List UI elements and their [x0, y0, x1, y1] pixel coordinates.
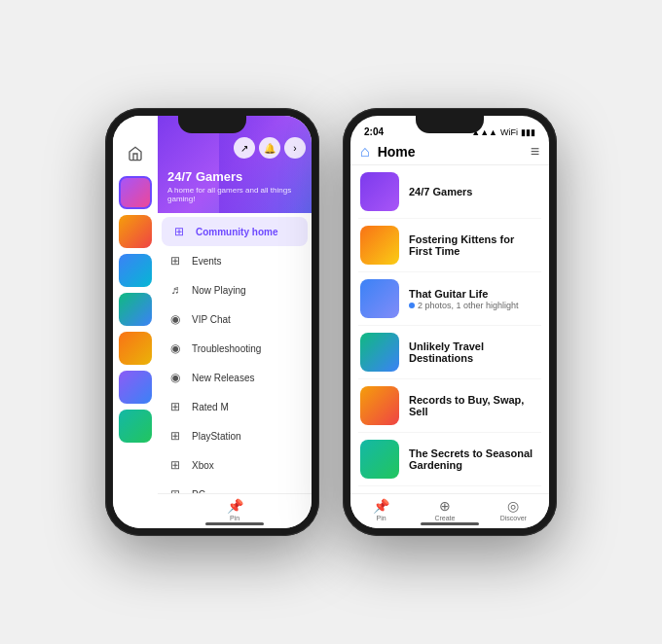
- vip-chat-icon: ◉: [166, 309, 185, 329]
- create-nav-btn[interactable]: ⊕ Create: [434, 498, 455, 521]
- group-thumb-gardening: [360, 440, 399, 479]
- community-thumb-7[interactable]: [119, 410, 152, 443]
- group-item-records[interactable]: Records to Buy, Swap, Sell: [358, 379, 541, 433]
- status-time: 2:04: [364, 126, 384, 137]
- phone-2-screen: 2:04 ▲▲▲ WiFi ▮▮▮ ⌂ Home ≡: [350, 116, 549, 528]
- group-info-records: Records to Buy, Swap, Sell: [409, 394, 539, 417]
- sidebar-thumbnails: [113, 116, 158, 528]
- create-label: Create: [434, 515, 455, 521]
- group-info-247-gamers: 24/7 Gamers: [409, 186, 539, 197]
- discover-label: Discover: [500, 515, 527, 521]
- group-name-guitar-life: That Guitar Life: [409, 288, 539, 300]
- group-name-fostering-kittens: Fostering Kittens for First Time: [409, 233, 539, 257]
- menu-item-pc[interactable]: ⊞ PC: [158, 480, 312, 493]
- group-thumb-fostering-kittens: [360, 226, 399, 265]
- pc-icon: ⊞: [166, 484, 185, 493]
- home-label: Home: [378, 144, 523, 160]
- bell-icon[interactable]: 🔔: [259, 137, 280, 159]
- share-icon[interactable]: ↗: [234, 137, 255, 159]
- group-item-fibromyalgia[interactable]: Living and Thriving with Fibromyalgia: [358, 486, 541, 493]
- group-item-travel[interactable]: Unlikely Travel Destinations: [358, 326, 541, 379]
- home-bar-2: [421, 522, 479, 525]
- menu-item-xbox[interactable]: ⊞ Xbox: [158, 450, 312, 480]
- group-info-gardening: The Secrets to Seasonal Gardening: [409, 447, 539, 471]
- group-item-fostering-kittens[interactable]: Fostering Kittens for First Time: [358, 219, 541, 272]
- pin-icon-2: 📌: [373, 498, 389, 514]
- group-name-travel: Unlikely Travel Destinations: [409, 340, 539, 364]
- community-thumb-6[interactable]: [119, 371, 152, 404]
- pin-label-2: Pin: [377, 515, 386, 521]
- discover-icon: ◎: [507, 498, 519, 514]
- community-thumb-1[interactable]: [119, 176, 152, 209]
- menu-item-new-releases[interactable]: ◉ New Releases: [158, 363, 312, 392]
- community-thumb-4[interactable]: [119, 293, 152, 326]
- menu-item-now-playing[interactable]: ♬ Now Playing: [158, 275, 312, 304]
- group-thumb-guitar-life: [360, 279, 399, 318]
- community-thumb-2[interactable]: [119, 215, 152, 248]
- pin-label: Pin: [230, 515, 239, 521]
- hamburger-menu-icon[interactable]: ≡: [531, 143, 539, 161]
- group-thumb-travel: [360, 333, 399, 372]
- group-name-gardening: The Secrets to Seasonal Gardening: [409, 447, 539, 471]
- menu-label-new-releases: New Releases: [192, 373, 254, 383]
- hero-title: 24/7 Gamers: [167, 169, 302, 184]
- notch-1: [178, 116, 246, 133]
- menu-label-playstation: PlayStation: [192, 431, 241, 442]
- community-thumb-5[interactable]: [119, 332, 152, 365]
- create-icon: ⊕: [439, 498, 451, 514]
- pin-nav-btn-2[interactable]: 📌 Pin: [373, 498, 389, 521]
- notch-2: [416, 116, 484, 133]
- hero-subtitle: A home for all gamers and all things gam…: [167, 186, 302, 203]
- menu-label-events: Events: [192, 256, 222, 267]
- discover-nav-btn[interactable]: ◎ Discover: [500, 498, 527, 521]
- menu-label-vip-chat: VIP Chat: [192, 314, 231, 325]
- menu-item-troubleshooting[interactable]: ◉ Troubleshooting: [158, 334, 312, 363]
- menu-label-rated-m: Rated M: [192, 402, 229, 412]
- group-highlight-text: 2 photos, 1 other highlight: [418, 301, 519, 310]
- group-name-records: Records to Buy, Swap, Sell: [409, 394, 539, 417]
- new-releases-icon: ◉: [166, 368, 185, 387]
- menu-label-xbox: Xbox: [192, 460, 214, 471]
- group-name-247-gamers: 24/7 Gamers: [409, 186, 539, 197]
- menu-label-now-playing: Now Playing: [192, 285, 246, 296]
- troubleshooting-icon: ◉: [166, 339, 185, 358]
- events-icon: ⊞: [166, 251, 185, 270]
- home-bar-1: [205, 522, 264, 525]
- chevron-icon[interactable]: ›: [284, 137, 306, 159]
- menu-item-vip-chat[interactable]: ◉ VIP Chat: [158, 304, 312, 334]
- group-sub-guitar-life: 2 photos, 1 other highlight: [409, 301, 539, 310]
- community-home-icon: ⊞: [169, 222, 189, 241]
- main-content: ↗ 🔔 › 24/7 Gamers A home for all gamers …: [158, 116, 312, 528]
- menu-list: ⊞ Community home ⊞ Events ♬ Now Playing: [158, 213, 312, 493]
- group-info-fostering-kittens: Fostering Kittens for First Time: [409, 233, 539, 257]
- phone-2: 2:04 ▲▲▲ WiFi ▮▮▮ ⌂ Home ≡: [343, 108, 557, 536]
- highlight-dot-icon: [409, 303, 415, 308]
- menu-item-community-home[interactable]: ⊞ Community home: [162, 217, 308, 246]
- group-item-gardening[interactable]: The Secrets to Seasonal Gardening: [358, 433, 541, 486]
- rated-m-icon: ⊞: [166, 397, 185, 416]
- phone-1-screen: ↗ 🔔 › 24/7 Gamers A home for all gamers …: [113, 116, 312, 528]
- menu-item-rated-m[interactable]: ⊞ Rated M: [158, 392, 312, 421]
- group-thumb-records: [360, 386, 399, 425]
- pin-nav-btn[interactable]: 📌 Pin: [227, 498, 243, 521]
- phone2-header: ⌂ Home ≡: [350, 139, 549, 165]
- group-thumb-247-gamers: [360, 172, 399, 211]
- home-icon[interactable]: [121, 139, 150, 168]
- battery-icon: ▮▮▮: [521, 127, 535, 137]
- home-active-icon[interactable]: ⌂: [360, 143, 370, 161]
- pin-icon: 📌: [227, 498, 243, 514]
- menu-item-playstation[interactable]: ⊞ PlayStation: [158, 421, 312, 450]
- group-item-guitar-life[interactable]: That Guitar Life 2 photos, 1 other highl…: [358, 272, 541, 326]
- community-thumb-3[interactable]: [119, 254, 152, 287]
- xbox-icon: ⊞: [166, 455, 185, 475]
- group-item-247-gamers[interactable]: 24/7 Gamers: [358, 165, 541, 219]
- phone-1: ↗ 🔔 › 24/7 Gamers A home for all gamers …: [105, 108, 319, 536]
- groups-list: 24/7 Gamers Fostering Kittens for First …: [350, 165, 549, 493]
- playstation-icon: ⊞: [166, 426, 185, 446]
- group-info-guitar-life: That Guitar Life 2 photos, 1 other highl…: [409, 288, 539, 310]
- group-info-travel: Unlikely Travel Destinations: [409, 340, 539, 364]
- wifi-icon: WiFi: [500, 127, 518, 137]
- menu-item-events[interactable]: ⊞ Events: [158, 246, 312, 275]
- menu-label-community-home: Community home: [196, 227, 277, 237]
- now-playing-icon: ♬: [166, 280, 185, 300]
